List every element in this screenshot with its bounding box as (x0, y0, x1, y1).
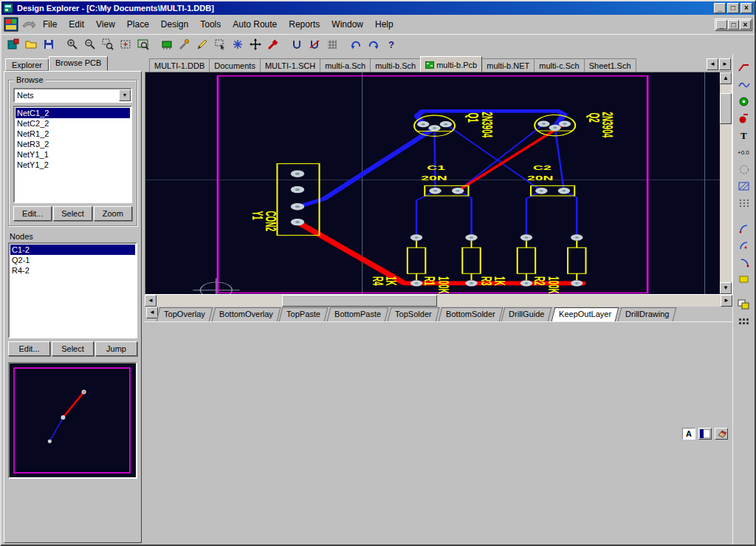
nets-listbox[interactable]: NetC1_2 NetC2_2 NetR1_2 NetR3_2 NetY1_1 … (13, 106, 132, 203)
combo-dropdown-button[interactable]: ▼ (119, 89, 131, 101)
doc-tab-scroll-right-button[interactable]: ► (719, 58, 731, 70)
node-edit-button[interactable]: Edit... (8, 341, 50, 356)
layer-tab[interactable]: TopSolder (388, 307, 439, 321)
maximize-button[interactable]: □ (727, 3, 739, 13)
document-window-icon[interactable] (4, 16, 20, 33)
doc-tab[interactable]: MULTI-1.DDB (149, 58, 210, 72)
net-edit-button[interactable]: Edit... (13, 206, 52, 221)
doc-tab[interactable]: multi-b.NET (481, 58, 535, 72)
list-item-net[interactable]: NetR3_2 (16, 139, 130, 149)
place-rectangle-button[interactable] (735, 272, 753, 287)
list-item-net[interactable]: NetY1_2 (16, 160, 130, 170)
place-via-button[interactable] (735, 94, 753, 109)
layer-tab[interactable]: BottomOverlay (211, 307, 280, 321)
place-dimension-button[interactable] (735, 162, 753, 177)
arc-any-angle-button[interactable] (735, 255, 753, 270)
tab-explorer[interactable]: Explorer (5, 58, 49, 71)
scroll-up-button[interactable]: ▲ (720, 72, 732, 84)
list-item-net[interactable]: NetY1_1 (16, 149, 130, 160)
design-manager-button[interactable] (4, 37, 21, 52)
scroll-left-button[interactable]: ◄ (145, 295, 157, 307)
mdi-restore-button[interactable]: □ (728, 20, 739, 30)
list-item-net[interactable]: NetC1_2 (16, 108, 130, 118)
layer-tab[interactable]: TopPaste (279, 307, 329, 321)
menu-place[interactable]: Place (122, 17, 154, 32)
tune-length-button[interactable] (288, 37, 305, 52)
redo-button[interactable] (365, 37, 382, 52)
list-item-node[interactable]: Q2-1 (10, 255, 135, 265)
menu-file[interactable]: File (38, 17, 62, 32)
zoom-area-button[interactable] (117, 37, 134, 52)
menu-window[interactable]: Window (326, 17, 368, 32)
mdi-close-button[interactable]: × (740, 20, 751, 30)
paste-special-button[interactable] (735, 297, 753, 312)
net-select-button[interactable]: Select (53, 206, 92, 221)
zoom-window-button[interactable] (99, 37, 116, 52)
panel-toggle-button[interactable] (698, 428, 712, 440)
place-pad-button[interactable] (735, 111, 753, 126)
menu-auto-route[interactable]: Auto Route (227, 17, 282, 32)
doc-tab[interactable]: Sheet1.Sch (584, 58, 636, 72)
move-object-button[interactable] (247, 37, 264, 52)
mdi-minimize-button[interactable]: _ (716, 20, 727, 30)
doc-tab[interactable]: multi-b.Sch (370, 58, 421, 72)
arc-center-button[interactable] (735, 238, 753, 253)
menu-view[interactable]: View (91, 17, 120, 32)
doc-tab[interactable]: Documents (209, 58, 261, 72)
doc-tab-scroll-left-button[interactable]: ◄ (707, 58, 718, 70)
layer-tab[interactable]: DrillGuide (501, 307, 552, 321)
toggle-grid-button[interactable] (323, 37, 340, 52)
horizontal-scroll-thumb[interactable] (282, 295, 437, 307)
un-route-button[interactable] (306, 37, 323, 52)
text-mode-button[interactable]: A (682, 428, 695, 440)
doc-tab[interactable]: multi-c.Sch (534, 58, 584, 72)
menu-help[interactable]: Help (370, 17, 399, 32)
pads[interactable] (291, 120, 583, 286)
arc-edge-button[interactable] (735, 221, 753, 236)
open-document-button[interactable] (22, 37, 39, 52)
list-item-node[interactable]: R4-2 (10, 265, 135, 276)
list-item-net[interactable]: NetC2_2 (16, 118, 130, 129)
browse-mode-combo[interactable]: Nets ▼ (13, 88, 132, 103)
place-track-button[interactable] (735, 60, 753, 75)
node-jump-button[interactable]: Jump (95, 341, 137, 356)
wiring-tool-button[interactable] (176, 37, 193, 52)
polygon-pour-button[interactable] (735, 196, 753, 211)
list-item-node[interactable]: C1-2 (10, 245, 135, 255)
special-paste-button[interactable] (229, 37, 246, 52)
array-placement-button[interactable] (735, 314, 753, 329)
zoom-out-button[interactable] (81, 37, 98, 52)
menu-reports[interactable]: Reports (284, 17, 325, 32)
doc-tab[interactable]: multi-a.Sch (320, 58, 371, 72)
layer-tab[interactable]: BottomSolder (438, 307, 502, 321)
net-zoom-button[interactable]: Zoom (94, 206, 132, 221)
vertical-scrollbar[interactable]: ▲ ▼ (720, 72, 732, 294)
draw-line-button[interactable] (193, 37, 210, 52)
tab-browse-pcb[interactable]: Browse PCB (49, 56, 108, 71)
layer-tab[interactable]: DrillDrawing (617, 307, 676, 321)
minimize-button[interactable]: _ (714, 3, 726, 13)
top-layer-tracks[interactable] (298, 124, 582, 284)
horizontal-scrollbar[interactable]: ◄ ► (145, 295, 732, 307)
node-select-button[interactable]: Select (52, 341, 94, 356)
doc-tab[interactable]: MULTI-1.SCH (260, 58, 320, 72)
help-button[interactable]: ? (382, 37, 399, 52)
place-string-button[interactable]: T (735, 128, 753, 143)
layer-tab[interactable]: TopOverlay (157, 307, 213, 321)
zoom-board-button[interactable] (134, 37, 151, 52)
place-coordinate-button[interactable]: +0.0 (735, 145, 753, 160)
menu-design[interactable]: Design (156, 17, 193, 32)
undo-button[interactable] (347, 37, 364, 52)
eraser-button[interactable] (715, 428, 728, 440)
scroll-down-button[interactable]: ▼ (720, 282, 732, 294)
board-preview[interactable] (8, 362, 137, 479)
layer-tab-active[interactable]: KeepOutLayer (551, 307, 619, 321)
close-button[interactable]: × (740, 3, 752, 13)
layer-tab-scroll-left-button[interactable]: ◄ (146, 307, 158, 318)
menu-tools[interactable]: Tools (195, 17, 226, 32)
zoom-in-button[interactable] (63, 37, 80, 52)
highlight-net-button[interactable] (264, 37, 281, 52)
nodes-listbox[interactable]: C1-2 Q2-1 R4-2 (8, 242, 137, 338)
pcb-canvas[interactable]: Q1 2N3904 Q2 2N3904 C1 20N C2 20N Y1 CON… (145, 72, 720, 294)
save-document-button[interactable] (40, 37, 57, 52)
